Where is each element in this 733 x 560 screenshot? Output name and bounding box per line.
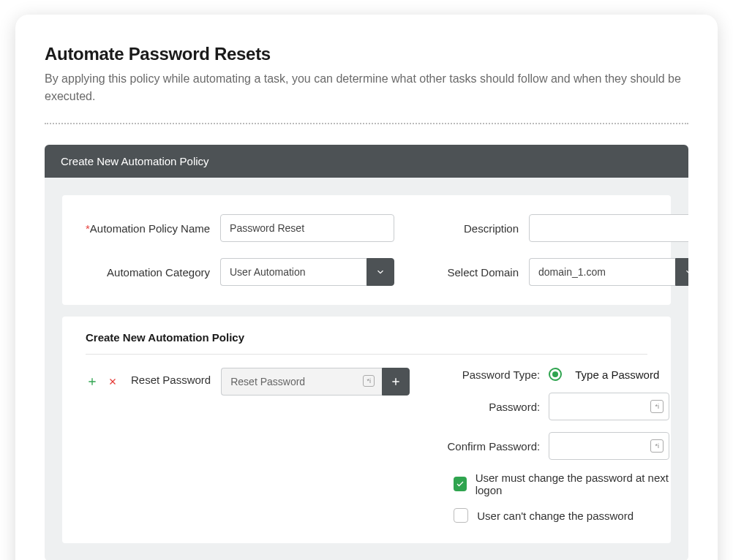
action-right: Password Type: Type a Password Password:… bbox=[445, 368, 669, 523]
row-description: Description bbox=[438, 214, 688, 242]
chk-must-change-row: User must change the password at next lo… bbox=[445, 472, 669, 496]
domain-value[interactable] bbox=[529, 258, 675, 286]
check-icon bbox=[456, 480, 465, 488]
panel-header: Create New Automation Policy bbox=[45, 145, 688, 178]
action-input[interactable] bbox=[221, 368, 382, 396]
password-hint-icon: *i bbox=[650, 439, 664, 453]
action-input-combo: *i bbox=[221, 368, 410, 396]
divider bbox=[45, 123, 688, 124]
category-value[interactable] bbox=[220, 258, 366, 286]
chk-cant-change-label: User can't change the password bbox=[477, 510, 634, 522]
category-select[interactable] bbox=[220, 258, 394, 286]
add-action-button[interactable] bbox=[86, 375, 99, 388]
label-policy-name: *Automation Policy Name bbox=[86, 222, 210, 235]
password-hint-icon: *i bbox=[363, 375, 375, 387]
password-type-radio[interactable] bbox=[549, 368, 562, 381]
row-category: Automation Category bbox=[86, 258, 394, 286]
action-add-button[interactable] bbox=[382, 368, 410, 396]
form-grid: *Automation Policy Name Description Auto… bbox=[86, 214, 647, 286]
chk-cant-change-row: User can't change the password bbox=[445, 508, 669, 523]
chk-must-change-label: User must change the password at next lo… bbox=[475, 472, 670, 496]
domain-chevron[interactable] bbox=[675, 258, 688, 286]
password-type-option: Type a Password bbox=[575, 368, 659, 381]
password-type-row: Password Type: Type a Password bbox=[445, 368, 669, 381]
policy-name-input[interactable] bbox=[220, 214, 394, 242]
action-label: Reset Password bbox=[131, 374, 211, 386]
confirm-password-row: Confirm Password: *i bbox=[445, 432, 669, 460]
category-chevron[interactable] bbox=[366, 258, 394, 286]
chk-cant-change[interactable] bbox=[454, 508, 468, 523]
form-section: *Automation Policy Name Description Auto… bbox=[62, 195, 671, 305]
domain-select[interactable] bbox=[529, 258, 688, 286]
confirm-password-label: Confirm Password: bbox=[445, 440, 540, 453]
password-label: Password: bbox=[445, 401, 540, 413]
action-layout: Reset Password *i Password Type: T bbox=[86, 368, 647, 523]
remove-action-button[interactable] bbox=[106, 375, 119, 388]
password-hint-icon: *i bbox=[650, 400, 664, 413]
close-icon bbox=[108, 377, 118, 387]
action-left: Reset Password *i bbox=[86, 368, 410, 523]
chevron-down-icon bbox=[684, 267, 688, 277]
action-heading: Create New Automation Policy bbox=[86, 331, 647, 344]
automation-panel: Create New Automation Policy *Automation… bbox=[45, 145, 688, 560]
main-card: Automate Password Resets By applying thi… bbox=[15, 15, 718, 560]
plus-icon bbox=[86, 376, 98, 387]
label-category: Automation Category bbox=[86, 266, 210, 279]
password-row: Password: *i bbox=[445, 393, 669, 420]
description-input[interactable] bbox=[529, 214, 688, 242]
action-section: Create New Automation Policy Reset Passw… bbox=[62, 317, 671, 543]
chk-must-change[interactable] bbox=[454, 477, 466, 491]
action-divider bbox=[86, 354, 647, 355]
page-subtitle: By applying this policy while automating… bbox=[45, 70, 688, 105]
row-domain: Select Domain bbox=[438, 258, 688, 286]
label-description: Description bbox=[438, 222, 519, 235]
row-policy-name: *Automation Policy Name bbox=[86, 214, 394, 242]
chevron-down-icon bbox=[375, 267, 386, 277]
label-domain: Select Domain bbox=[438, 266, 519, 279]
page-title: Automate Password Resets bbox=[45, 44, 688, 64]
plus-icon bbox=[390, 376, 402, 387]
password-type-label: Password Type: bbox=[445, 368, 540, 381]
